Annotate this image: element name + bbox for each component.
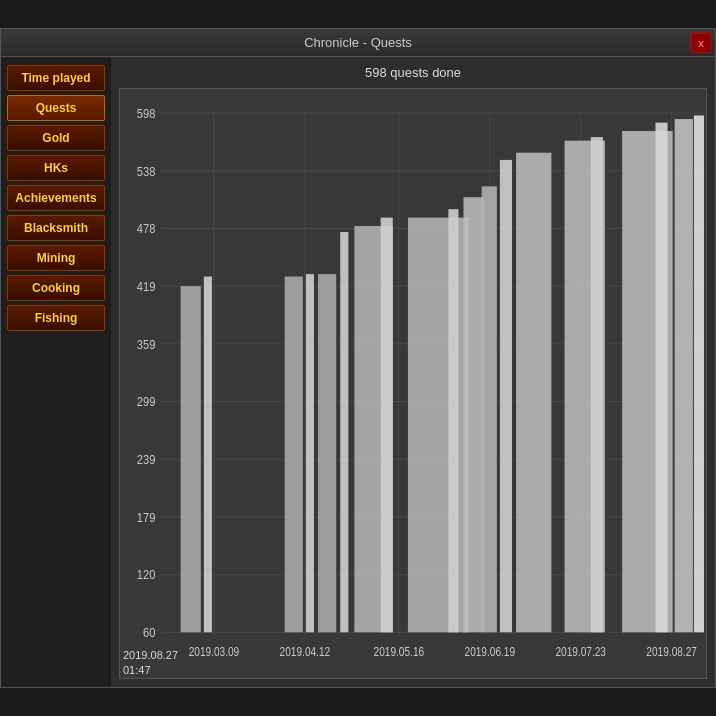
svg-text:478: 478 xyxy=(137,221,156,236)
svg-rect-43 xyxy=(482,186,497,632)
sidebar-btn-cooking[interactable]: Cooking xyxy=(7,275,105,301)
svg-text:179: 179 xyxy=(137,510,156,525)
title-bar: Chronicle - Quests x xyxy=(1,29,715,57)
svg-rect-51 xyxy=(694,115,704,632)
sidebar-btn-achievements[interactable]: Achievements xyxy=(7,185,105,211)
svg-rect-47 xyxy=(591,137,603,632)
svg-rect-49 xyxy=(655,123,667,633)
svg-text:239: 239 xyxy=(137,452,156,467)
svg-rect-37 xyxy=(340,232,348,632)
svg-text:2019.07.23: 2019.07.23 xyxy=(555,646,606,659)
svg-rect-33 xyxy=(204,277,212,633)
sidebar-btn-blacksmith[interactable]: Blacksmith xyxy=(7,215,105,241)
chart-area: 598 538 478 419 359 299 239 179 120 60 xyxy=(119,88,707,679)
sidebar-btn-time-played[interactable]: Time played xyxy=(7,65,105,91)
svg-text:598: 598 xyxy=(137,106,156,121)
svg-text:2019.03.09: 2019.03.09 xyxy=(189,646,240,659)
svg-text:2019.08.27: 2019.08.27 xyxy=(646,646,697,659)
svg-rect-45 xyxy=(516,153,551,633)
svg-rect-42 xyxy=(464,197,484,632)
svg-text:2019.06.19: 2019.06.19 xyxy=(465,646,516,659)
svg-rect-36 xyxy=(318,274,336,632)
svg-rect-39 xyxy=(381,218,393,633)
sidebar-btn-quests[interactable]: Quests xyxy=(7,95,105,121)
chart-container: 598 538 478 419 359 299 239 179 120 60 xyxy=(119,88,707,679)
svg-text:419: 419 xyxy=(137,279,156,294)
sidebar-btn-gold[interactable]: Gold xyxy=(7,125,105,151)
svg-rect-41 xyxy=(448,209,458,632)
datetime-label: 2019.08.2701:47 xyxy=(123,648,178,677)
sidebar-btn-fishing[interactable]: Fishing xyxy=(7,305,105,331)
svg-rect-35 xyxy=(306,274,314,632)
svg-rect-34 xyxy=(285,277,303,633)
svg-text:2019.04.12: 2019.04.12 xyxy=(280,646,331,659)
close-button[interactable]: x xyxy=(691,33,711,53)
svg-rect-32 xyxy=(181,286,201,632)
window-title: Chronicle - Quests xyxy=(304,35,412,50)
svg-text:60: 60 xyxy=(143,625,156,640)
main-area: 598 quests done xyxy=(111,57,715,687)
svg-rect-44 xyxy=(500,160,512,632)
svg-text:120: 120 xyxy=(137,568,156,583)
sidebar-btn-mining[interactable]: Mining xyxy=(7,245,105,271)
main-window: Chronicle - Quests x Time playedQuestsGo… xyxy=(0,28,716,688)
sidebar: Time playedQuestsGoldHKsAchievementsBlac… xyxy=(1,57,111,687)
svg-rect-40 xyxy=(408,218,469,633)
svg-text:299: 299 xyxy=(137,394,156,409)
svg-text:359: 359 xyxy=(137,337,156,352)
chart-subtitle: 598 quests done xyxy=(119,65,707,80)
content-area: Time playedQuestsGoldHKsAchievementsBlac… xyxy=(1,57,715,687)
chart-svg: 598 538 478 419 359 299 239 179 120 60 xyxy=(120,89,706,678)
svg-text:2019.05.16: 2019.05.16 xyxy=(374,646,425,659)
sidebar-btn-hks[interactable]: HKs xyxy=(7,155,105,181)
svg-rect-50 xyxy=(675,119,693,632)
svg-text:538: 538 xyxy=(137,164,156,179)
